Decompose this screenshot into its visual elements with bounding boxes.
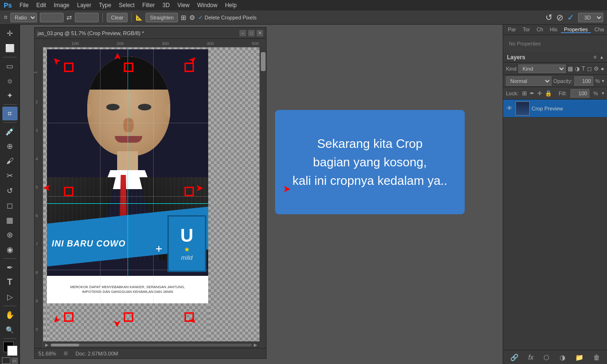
minimize-button[interactable]: –	[239, 30, 246, 36]
rectangular-select-tool[interactable]: ▭	[2, 59, 18, 73]
menu-view[interactable]: View	[174, 2, 193, 9]
crop-handle-bot-center[interactable]	[124, 312, 133, 322]
rotate-canvas-icon[interactable]: ↺	[545, 12, 552, 23]
delete-cropped-option[interactable]: ✓ Delete Cropped Pixels	[198, 14, 256, 21]
filter-smart-icon[interactable]: ⚙	[594, 65, 599, 72]
hand-tool[interactable]: ✋	[2, 308, 18, 322]
horizontal-scrollbar[interactable]: ▶ ▶	[43, 341, 259, 348]
swap-icon[interactable]: ⇄	[66, 14, 72, 21]
width-input[interactable]	[40, 13, 64, 22]
crop-handle-bot-left[interactable]	[64, 312, 74, 322]
clone-stamp-tool[interactable]: ✂	[2, 169, 18, 182]
maximize-button[interactable]: □	[248, 30, 255, 36]
menu-select[interactable]: Select	[115, 2, 138, 9]
eraser-tool[interactable]: ◻	[2, 199, 18, 212]
opacity-stepper[interactable]: ▾	[602, 78, 604, 83]
pen-tool[interactable]: ✒	[2, 261, 18, 274]
path-select-tool[interactable]: ▷	[2, 290, 18, 304]
cancel-icon[interactable]: ⊘	[556, 12, 563, 23]
link-layers-button[interactable]: 🔗	[508, 354, 520, 361]
artboard-tool[interactable]: ⬜	[2, 41, 18, 55]
magic-wand-tool[interactable]: ✦	[2, 89, 18, 102]
tab-properties[interactable]: Properties	[561, 27, 590, 33]
menu-image[interactable]: Image	[50, 2, 73, 9]
healing-tool[interactable]: ⊕	[2, 139, 18, 153]
filter-adj-icon[interactable]: ◑	[575, 65, 579, 72]
close-button[interactable]: ✕	[257, 30, 263, 36]
tab-par[interactable]: Par	[505, 27, 519, 33]
straighten-button[interactable]: Straighten	[146, 13, 178, 22]
fill-input[interactable]	[570, 89, 589, 98]
eyedropper-tool[interactable]: 💉	[2, 125, 18, 138]
h-scroll-track[interactable]	[51, 344, 252, 346]
menu-filter[interactable]: Filter	[138, 2, 159, 9]
opacity-input[interactable]	[574, 76, 593, 86]
crop-handle-top-center[interactable]	[124, 63, 133, 72]
v-scroll-thumb[interactable]	[261, 52, 266, 71]
vertical-scrollbar[interactable]	[259, 47, 266, 341]
menu-file[interactable]: File	[16, 2, 32, 9]
filter-type-icon[interactable]: T	[581, 65, 585, 72]
commit-icon[interactable]: ✓	[567, 12, 574, 23]
lock-move-icon[interactable]: ✛	[537, 90, 542, 97]
settings-icon[interactable]: ⚙	[189, 14, 195, 21]
height-input[interactable]	[75, 13, 99, 22]
crop-handle-mid-left[interactable]	[64, 187, 74, 196]
play-icon[interactable]: ▶	[45, 342, 49, 347]
fill-stepper[interactable]: ▾	[602, 91, 604, 96]
history-brush-tool[interactable]: ↺	[2, 184, 18, 198]
dodge-tool[interactable]: ◉	[2, 243, 18, 256]
clear-button[interactable]: Clear	[107, 13, 128, 22]
brush-tool[interactable]: 🖌	[2, 154, 18, 168]
crop-tool[interactable]: ⌗	[2, 107, 18, 120]
canvas-area[interactable]: jas_03.png @ 51.7% (Crop Preview, RGB/8)…	[20, 25, 503, 364]
layers-panel-menu[interactable]: ≡	[594, 54, 597, 60]
delete-layer-button[interactable]: 🗑	[591, 354, 602, 361]
tab-cha[interactable]: Cha	[592, 27, 607, 33]
tab-ch[interactable]: Ch	[533, 27, 546, 33]
canvas-content[interactable]: INI BARU COWO U ★ mild MEROKOK DAPAT MEN…	[43, 47, 259, 341]
screen-mode-icon[interactable]: ▭	[11, 357, 18, 364]
move-tool[interactable]: ✛	[2, 27, 18, 40]
type-tool[interactable]: T	[2, 275, 18, 289]
layer-item-crop-preview[interactable]: 👁 Crop Preview	[503, 100, 607, 118]
lasso-tool[interactable]: ⌾	[2, 74, 18, 88]
adjustment-button[interactable]: ◑	[558, 354, 567, 361]
filter-pixel-icon[interactable]: ▩	[568, 65, 573, 72]
zoom-tool[interactable]: 🔍	[2, 323, 18, 337]
layers-panel-collapse[interactable]: ▴	[600, 54, 603, 60]
lock-all-icon[interactable]: 🔒	[545, 90, 552, 97]
menu-layer[interactable]: Layer	[74, 2, 95, 9]
tool-separator-2	[3, 104, 17, 105]
fx-button[interactable]: fx	[526, 354, 535, 361]
ratio-select[interactable]: Ratio	[10, 13, 37, 22]
crop-handle-mid-right[interactable]	[184, 187, 194, 196]
tab-tor[interactable]: Tor	[520, 27, 533, 33]
crop-handle-bot-right[interactable]	[184, 312, 194, 322]
kind-select[interactable]: Kind	[518, 64, 566, 73]
filter-toggle[interactable]: ●	[601, 65, 604, 72]
crop-handle-top-left[interactable]	[64, 63, 74, 72]
grid-overlay-icon[interactable]: ⊞	[181, 14, 186, 21]
layer-visibility-eye[interactable]: 👁	[505, 104, 514, 113]
new-group-button[interactable]: 📁	[573, 354, 585, 361]
blur-tool[interactable]: ⊛	[2, 228, 18, 242]
blend-mode-select[interactable]: Normal	[506, 76, 552, 86]
background-color[interactable]	[7, 346, 18, 356]
menu-type[interactable]: Type	[95, 2, 115, 9]
menu-3d[interactable]: 3D	[159, 2, 174, 9]
h-scroll-thumb[interactable]	[51, 344, 79, 346]
quick-mask-icon[interactable]	[2, 357, 10, 364]
3d-select[interactable]: 3D	[578, 13, 603, 22]
filter-shape-icon[interactable]: ◻	[587, 65, 592, 72]
add-mask-button[interactable]: ⬡	[542, 354, 551, 361]
menu-edit[interactable]: Edit	[32, 2, 50, 9]
lock-brush-icon[interactable]: ✒	[530, 90, 534, 97]
lock-checkers-icon[interactable]: ⊞	[522, 90, 527, 97]
scroll-end-icon[interactable]: ▶	[254, 342, 258, 347]
menu-window[interactable]: Window	[193, 2, 221, 9]
menu-help[interactable]: Help	[221, 2, 240, 9]
crop-handle-top-right[interactable]	[184, 63, 194, 72]
gradient-tool[interactable]: ▦	[2, 213, 18, 227]
tab-his[interactable]: His	[547, 27, 560, 33]
